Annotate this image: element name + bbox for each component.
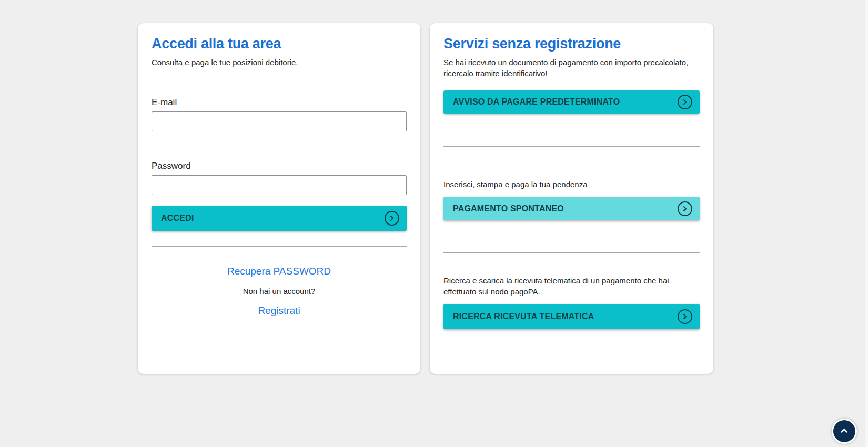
ricevuta-description: Ricerca e scarica la ricevuta telematica… [443, 275, 700, 297]
spontaneo-description: Inserisci, stampa e paga la tua pendenza [443, 179, 700, 190]
login-card-subtitle: Consulta e paga le tue posizioni debitor… [152, 57, 407, 68]
scrollbar-track[interactable] [865, 0, 868, 447]
services-divider-2 [443, 252, 700, 253]
scroll-to-top-button[interactable] [832, 419, 857, 444]
no-account-text: Non hai un account? [152, 287, 407, 296]
pagamento-spontaneo-button[interactable]: PAGAMENTO SPONTANEO [443, 197, 700, 220]
services-card: Servizi senza registrazione Se hai ricev… [430, 23, 713, 374]
login-card: Accedi alla tua area Consulta e paga le … [138, 23, 420, 374]
chevron-right-icon [385, 211, 399, 226]
password-label: Password [152, 161, 407, 171]
email-label: E-mail [152, 97, 407, 108]
spontaneo-button-label: PAGAMENTO SPONTANEO [453, 204, 564, 214]
recover-password-link[interactable]: Recupera PASSWORD [227, 266, 331, 277]
login-card-title: Accedi alla tua area [152, 36, 407, 52]
email-input[interactable] [152, 111, 407, 131]
chevron-right-icon [678, 201, 692, 216]
ricerca-ricevuta-button[interactable]: RICERCA RICEVUTA TELEMATICA [443, 304, 700, 329]
avviso-description: Se hai ricevuto un documento di pagament… [443, 57, 700, 79]
accedi-button-label: ACCEDI [161, 214, 194, 223]
avviso-button-label: AVVISO DA PAGARE PREDETERMINATO [453, 97, 620, 107]
register-link[interactable]: Registrati [258, 305, 300, 317]
accedi-button[interactable]: ACCEDI [152, 206, 407, 231]
services-divider-1 [443, 146, 700, 147]
chevron-up-icon [839, 425, 850, 438]
ricevuta-button-label: RICERCA RICEVUTA TELEMATICA [453, 312, 594, 321]
chevron-right-icon [678, 309, 692, 324]
password-input[interactable] [152, 175, 407, 195]
login-links: Recupera PASSWORD Non hai un account? Re… [152, 247, 407, 317]
chevron-right-icon [678, 95, 692, 109]
services-card-title: Servizi senza registrazione [443, 36, 700, 52]
avviso-predeterminato-button[interactable]: AVVISO DA PAGARE PREDETERMINATO [443, 90, 700, 114]
